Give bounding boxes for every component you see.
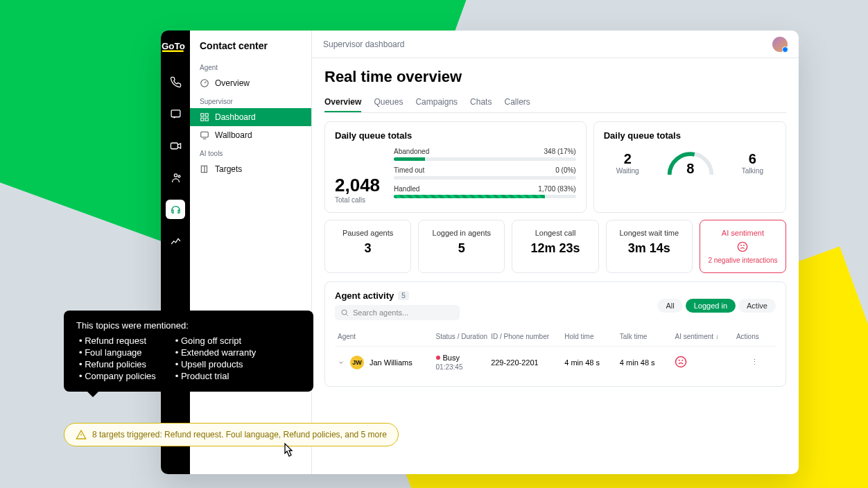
tile-paused: Paused agents3	[324, 220, 411, 273]
svg-rect-8	[205, 114, 208, 116]
tile-loggedin: Logged in agents5	[418, 220, 505, 273]
topbar: Supervisor dashboard	[312, 31, 799, 58]
nav-overview[interactable]: Overview	[190, 74, 311, 92]
svg-point-13	[741, 245, 742, 246]
search-input[interactable]: Search agents...	[335, 305, 460, 320]
icon-rail: GoTo	[161, 31, 190, 474]
svg-rect-10	[205, 118, 208, 121]
agent-avatar: JW	[350, 356, 364, 369]
svg-point-5	[178, 175, 180, 177]
svg-point-17	[679, 360, 680, 360]
svg-rect-9	[201, 118, 204, 121]
filter-loggedin[interactable]: Logged in	[686, 299, 736, 313]
filter-pills: All Logged in Active	[657, 299, 776, 313]
section-supervisor: Supervisor	[190, 92, 311, 108]
nav-targets[interactable]: Targets	[190, 160, 311, 178]
agent-activity-card: Agent activity5 Search agents... All Log…	[324, 281, 786, 387]
chevron-down-icon[interactable]	[338, 359, 345, 366]
tile-longest-call: Longest call12m 23s	[512, 220, 598, 273]
sidenav: Contact center Agent Overview Supervisor…	[190, 31, 312, 474]
hold-time: 4 min 48 s	[564, 358, 620, 367]
tab-chats[interactable]: Chats	[470, 93, 492, 112]
topics-tooltip: This topics were mentioned: Refund reque…	[64, 311, 313, 392]
sad-face-icon	[706, 241, 780, 255]
svg-point-12	[738, 242, 747, 251]
svg-text:GoTo: GoTo	[162, 41, 185, 51]
nav-dashboard[interactable]: Dashboard	[190, 108, 311, 126]
svg-rect-2	[171, 110, 180, 116]
rail-chat-icon[interactable]	[166, 104, 185, 123]
tab-campaigns[interactable]: Campaigns	[415, 93, 458, 112]
svg-rect-11	[201, 132, 209, 137]
tab-queues[interactable]: Queues	[374, 93, 403, 112]
agent-name: Jan Williams	[370, 358, 413, 367]
section-aitools: AI tools	[190, 144, 311, 160]
user-avatar[interactable]	[772, 37, 788, 52]
table-header: Agent Status / Duration ID / Phone numbe…	[335, 327, 776, 347]
tile-sentiment[interactable]: AI sentiment 2 negative interactions	[700, 220, 786, 273]
filter-active[interactable]: Active	[738, 299, 776, 313]
main-area: Supervisor dashboard Real time overview …	[312, 31, 799, 474]
table-row[interactable]: JW Jan Williams Busy 01:23:45 229-220-22…	[335, 347, 776, 378]
total-calls-value: 2,048	[335, 175, 380, 196]
app-window: GoTo Contact center Agent Overview Super…	[161, 31, 799, 474]
tab-callers[interactable]: Callers	[504, 93, 530, 112]
svg-rect-7	[201, 114, 204, 116]
status-dot-icon	[436, 356, 440, 360]
talk-time: 4 min 48 s	[620, 358, 675, 367]
svg-rect-3	[171, 143, 177, 149]
total-calls-label: Total calls	[335, 196, 380, 204]
svg-point-15	[342, 310, 347, 315]
row-actions-icon[interactable]: ⋮	[736, 358, 773, 367]
nav-wallboard[interactable]: Wallboard	[190, 126, 311, 144]
cursor-icon	[280, 442, 295, 462]
tab-overview[interactable]: Overview	[324, 93, 361, 112]
rail-people-icon[interactable]	[166, 168, 185, 187]
goto-logo: GoTo	[162, 37, 189, 55]
search-icon	[340, 308, 349, 317]
page-title: Real time overview	[324, 68, 786, 86]
card-daily-queue-1: Daily queue totals 2,048 Total calls Aba…	[324, 121, 587, 213]
filter-all[interactable]: All	[657, 299, 682, 313]
rail-phone-icon[interactable]	[166, 72, 185, 92]
warning-icon	[76, 429, 87, 440]
svg-point-16	[676, 356, 686, 367]
card-daily-queue-2: Daily queue totals 2Waiting 8 6Talking	[593, 121, 786, 213]
rail-analytics-icon[interactable]	[166, 232, 185, 251]
section-agent: Agent	[190, 58, 311, 74]
targets-alert[interactable]: 8 targets triggered: Refund request. Fou…	[64, 423, 399, 446]
phone-number: 229-220-2201	[491, 358, 564, 367]
sidenav-title: Contact center	[190, 37, 311, 58]
svg-point-4	[174, 173, 177, 176]
svg-point-14	[744, 245, 745, 246]
gauge-icon: 8	[664, 148, 717, 178]
tile-longest-wait: Longest wait time3m 14s	[606, 220, 693, 273]
sentiment-sad-icon	[675, 356, 736, 369]
breadcrumb: Supervisor dashboard	[323, 40, 404, 49]
rail-headset-icon[interactable]	[166, 200, 185, 219]
tabs: Overview Queues Campaigns Chats Callers	[324, 93, 786, 113]
rail-video-icon[interactable]	[166, 136, 185, 155]
svg-point-18	[682, 360, 683, 360]
